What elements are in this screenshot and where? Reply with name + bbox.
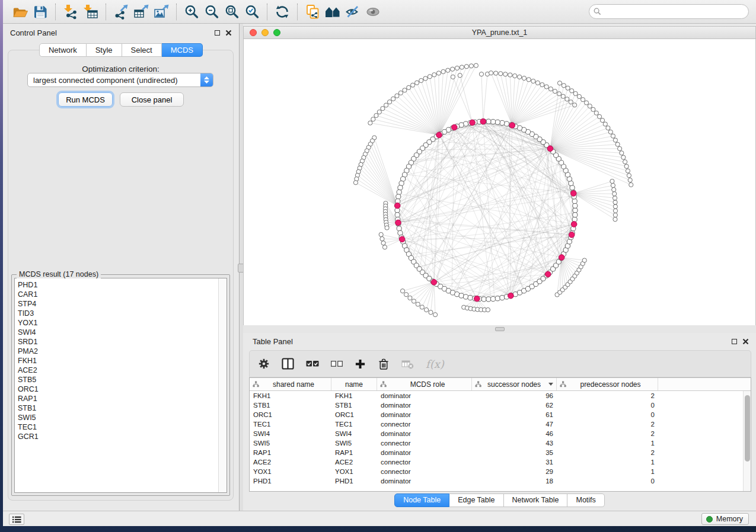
float-panel-icon[interactable] bbox=[215, 30, 220, 36]
close-panel-icon[interactable] bbox=[742, 338, 749, 345]
table-settings-gear-icon[interactable] bbox=[258, 358, 270, 370]
zoom-out-icon[interactable] bbox=[202, 3, 222, 21]
task-history-button[interactable] bbox=[9, 514, 24, 525]
mcds-result-item[interactable]: GCR1 bbox=[18, 432, 218, 441]
add-column-icon[interactable] bbox=[355, 358, 366, 370]
network-titlebar[interactable]: YPA_prune.txt_1 bbox=[243, 26, 756, 39]
tab-motifs[interactable]: Motifs bbox=[567, 493, 604, 507]
horizontal-splitter[interactable] bbox=[243, 325, 756, 333]
column-header-successor-nodes[interactable]: successor nodes bbox=[472, 378, 557, 390]
table-cell: 47 bbox=[472, 419, 557, 429]
network-canvas[interactable] bbox=[243, 39, 756, 325]
tab-select[interactable]: Select bbox=[122, 43, 162, 57]
table-row[interactable]: STB1STB1dominator620 bbox=[250, 400, 743, 410]
table-cell: SWI4 bbox=[331, 429, 377, 438]
mcds-result-item[interactable]: ORC1 bbox=[18, 384, 218, 394]
table-toolbar: f(x) bbox=[249, 350, 751, 377]
node-table[interactable]: shared name name MCDS role successor nod… bbox=[249, 377, 751, 492]
table-cell: 43 bbox=[472, 438, 557, 448]
show-all-icon[interactable] bbox=[363, 3, 383, 21]
table-row[interactable]: FKH1FKH1dominator962 bbox=[250, 391, 743, 400]
tab-network[interactable]: Network bbox=[39, 43, 87, 57]
table-row[interactable]: SWI4SWI4dominator462 bbox=[250, 429, 743, 438]
export-table-icon[interactable] bbox=[131, 3, 151, 21]
mcds-result-item[interactable]: SWI5 bbox=[18, 413, 218, 422]
table-cell: ORC1 bbox=[250, 410, 331, 419]
export-image-icon[interactable] bbox=[151, 3, 171, 21]
mcds-result-item[interactable]: RAP1 bbox=[18, 394, 218, 403]
scrollbar-thumb[interactable] bbox=[745, 395, 750, 462]
table-row[interactable]: YOX1YOX1connector291 bbox=[250, 467, 743, 476]
search-box[interactable] bbox=[589, 4, 749, 19]
toolbar-separator bbox=[267, 4, 267, 20]
table-row[interactable]: TEC1TEC1connector472 bbox=[250, 419, 743, 429]
table-row[interactable]: RAP1RAP1dominator352 bbox=[250, 448, 743, 457]
sort-descending-icon bbox=[548, 383, 553, 386]
hide-selected-icon[interactable] bbox=[343, 3, 363, 21]
mcds-result-item[interactable]: ACE2 bbox=[18, 366, 218, 375]
search-input[interactable] bbox=[604, 8, 744, 16]
tab-edge-table[interactable]: Edge Table bbox=[449, 493, 503, 507]
import-network-icon[interactable] bbox=[60, 3, 81, 21]
column-header-mcds-role[interactable]: MCDS role bbox=[377, 378, 472, 390]
mcds-result-item[interactable]: SRD1 bbox=[18, 337, 218, 347]
table-cell: FKH1 bbox=[250, 391, 331, 400]
mcds-list-scrollbar[interactable] bbox=[218, 278, 227, 492]
run-mcds-button[interactable]: Run MCDS bbox=[58, 92, 113, 107]
tab-node-table[interactable]: Node Table bbox=[394, 493, 449, 507]
tab-mcds[interactable]: MCDS bbox=[162, 43, 203, 57]
export-network-icon[interactable] bbox=[111, 3, 131, 21]
open-file-icon[interactable] bbox=[10, 3, 30, 21]
tab-network-table[interactable]: Network Table bbox=[504, 493, 568, 507]
zoom-in-icon[interactable] bbox=[181, 3, 202, 21]
close-panel-icon[interactable] bbox=[225, 30, 232, 36]
zoom-fit-icon[interactable] bbox=[222, 3, 242, 21]
mcds-result-item[interactable]: PMA2 bbox=[18, 347, 218, 356]
function-builder-icon: f(x) bbox=[426, 358, 444, 370]
table-cell: 0 bbox=[557, 410, 658, 419]
mcds-result-item[interactable]: TID3 bbox=[18, 309, 218, 318]
splitter-handle[interactable] bbox=[495, 327, 505, 331]
table-cell: 61 bbox=[472, 410, 557, 419]
mcds-result-item[interactable]: SWI4 bbox=[18, 328, 218, 337]
table-body[interactable]: FKH1FKH1dominator962STB1STB1dominator620… bbox=[250, 391, 743, 491]
mcds-result-item[interactable]: FKH1 bbox=[18, 356, 218, 366]
mcds-result-item[interactable]: STB1 bbox=[18, 403, 218, 413]
mcds-result-item[interactable]: STP4 bbox=[18, 299, 218, 309]
table-row[interactable]: SWI5SWI5connector431 bbox=[250, 438, 743, 448]
table-scrollbar[interactable] bbox=[743, 391, 751, 491]
column-header-name[interactable]: name bbox=[331, 378, 377, 390]
float-panel-icon[interactable] bbox=[732, 339, 737, 344]
tab-style[interactable]: Style bbox=[87, 43, 122, 57]
table-row[interactable]: PHD1PHD1dominator180 bbox=[250, 476, 743, 486]
delete-column-icon[interactable] bbox=[378, 358, 390, 370]
mcds-result-item[interactable]: CAR1 bbox=[18, 290, 218, 299]
close-panel-button[interactable]: Close panel bbox=[120, 92, 184, 107]
zoom-selected-icon[interactable] bbox=[242, 3, 262, 21]
table-cell: ACE2 bbox=[250, 457, 331, 467]
mcds-result-item[interactable]: PHD1 bbox=[18, 280, 218, 290]
import-table-icon[interactable] bbox=[81, 3, 101, 21]
save-session-icon[interactable] bbox=[30, 3, 50, 21]
table-row[interactable]: ORC1ORC1dominator610 bbox=[250, 410, 743, 419]
mcds-result-item[interactable]: STB5 bbox=[18, 375, 218, 384]
toolbar-separator bbox=[55, 4, 56, 20]
dropdown-stepper-icon bbox=[200, 73, 213, 86]
memory-button[interactable]: Memory bbox=[701, 513, 749, 525]
show-column-icon[interactable] bbox=[282, 358, 294, 370]
deselect-all-columns-icon[interactable] bbox=[331, 360, 343, 368]
duplicate-network-icon[interactable] bbox=[302, 3, 323, 21]
column-header-shared-name[interactable]: shared name bbox=[250, 378, 331, 390]
first-neighbors-icon[interactable] bbox=[323, 3, 343, 21]
table-row[interactable]: ACE2ACE2connector311 bbox=[250, 457, 743, 467]
table-cell bbox=[658, 429, 743, 438]
mcds-result-item[interactable]: TEC1 bbox=[18, 422, 218, 432]
mcds-result-item[interactable]: YOX1 bbox=[18, 318, 218, 328]
column-header-predecessor-nodes[interactable]: predecessor nodes bbox=[557, 378, 658, 390]
table-cell bbox=[658, 419, 743, 429]
select-all-columns-icon[interactable] bbox=[306, 359, 319, 368]
mcds-result-listbox: PHD1CAR1STP4TID3YOX1SWI4SRD1PMA2FKH1ACE2… bbox=[14, 278, 227, 493]
table-cell: SWI5 bbox=[331, 438, 377, 448]
refresh-icon[interactable] bbox=[272, 3, 292, 21]
criterion-dropdown[interactable]: largest connected component (undirected) bbox=[27, 73, 213, 87]
